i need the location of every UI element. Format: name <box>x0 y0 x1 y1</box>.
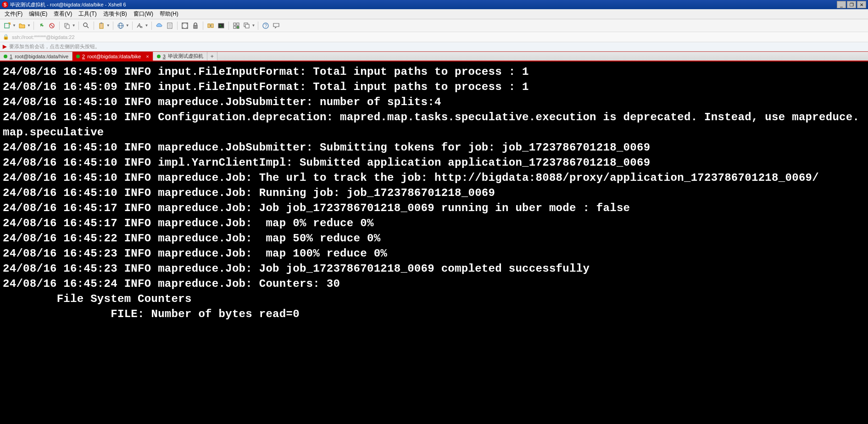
copy-icon[interactable] <box>62 21 72 30</box>
window-controls: _ ❐ ✕ <box>837 1 866 8</box>
tab-number: 1 <box>10 54 12 59</box>
session-tabs: 1 root@bigdata:/data/hive 2 root@bigdata… <box>0 51 868 61</box>
menu-window[interactable]: 窗口(W) <box>131 9 156 19</box>
help-icon[interactable]: ? <box>261 21 270 30</box>
tab-label: root@bigdata:/data/hive <box>15 54 68 59</box>
lock-small-icon: 🔒 <box>3 34 9 40</box>
lock-icon[interactable] <box>191 21 200 30</box>
menu-edit[interactable]: 编辑(E) <box>26 9 50 19</box>
svg-rect-21 <box>211 24 213 28</box>
globe-icon[interactable] <box>116 21 125 30</box>
svg-rect-19 <box>194 25 197 28</box>
reconnect-icon[interactable] <box>37 21 46 30</box>
svg-line-6 <box>87 26 89 28</box>
dropdown-icon[interactable]: ▼ <box>252 23 256 28</box>
properties-icon[interactable] <box>165 21 174 30</box>
transfer-icon[interactable] <box>206 21 215 30</box>
new-session-icon[interactable] <box>3 21 12 30</box>
tab-number: 2 <box>82 54 85 59</box>
connection-dot-icon <box>76 55 80 58</box>
tab-number: 3 <box>163 54 166 59</box>
svg-text:>_: >_ <box>219 24 223 28</box>
svg-rect-8 <box>100 22 102 24</box>
menu-tools[interactable]: 工具(T) <box>76 9 99 19</box>
connection-dot-icon <box>4 55 7 58</box>
tab-label: root@bigdata:/data/bike <box>87 54 141 59</box>
svg-text:a: a <box>140 25 143 29</box>
svg-rect-4 <box>66 25 69 28</box>
dropdown-icon[interactable]: ▼ <box>72 23 76 28</box>
disconnect-icon[interactable] <box>47 21 56 30</box>
svg-line-2 <box>50 24 53 27</box>
maximize-button[interactable]: ❐ <box>847 1 856 8</box>
terminal-icon[interactable]: >_ <box>217 21 226 30</box>
svg-rect-24 <box>234 23 236 25</box>
fullscreen-icon[interactable] <box>180 21 189 30</box>
hint-bar: ▶ 要添加当前会话，点击左侧的箭头按钮。 <box>0 42 868 51</box>
svg-rect-7 <box>100 23 103 28</box>
tile-icon[interactable] <box>232 21 241 30</box>
tab-label: 毕设测试虚拟机 <box>168 53 203 60</box>
tab-close-icon[interactable]: × <box>146 54 149 59</box>
search-icon[interactable] <box>82 21 91 30</box>
terminal-output[interactable]: 24/08/16 16:45:09 INFO input.FileInputFo… <box>0 61 868 424</box>
menu-file[interactable]: 文件(F) <box>2 9 25 19</box>
svg-rect-25 <box>237 23 239 25</box>
app-icon: S <box>2 1 8 8</box>
svg-rect-29 <box>245 24 249 28</box>
svg-rect-0 <box>5 23 9 28</box>
svg-rect-26 <box>234 26 236 28</box>
tab-session-3[interactable]: 3 毕设测试虚拟机 <box>153 52 207 61</box>
font-icon[interactable]: Aa <box>135 21 145 30</box>
dropdown-icon[interactable]: ▼ <box>145 23 149 28</box>
window-title: 毕设测试虚拟机 - root@bigdata:/data/bike - Xshe… <box>10 1 837 8</box>
chat-icon[interactable] <box>272 21 281 30</box>
address-bar: 🔒 ssh://root:******@bigdata:22 <box>0 32 868 42</box>
svg-point-5 <box>83 23 87 27</box>
cascade-icon[interactable] <box>242 21 251 30</box>
dropdown-icon[interactable]: ▼ <box>12 23 16 28</box>
menu-tab[interactable]: 选项卡(B) <box>100 9 130 19</box>
svg-text:?: ? <box>265 23 267 28</box>
tab-session-1[interactable]: 1 root@bigdata:/data/hive <box>0 52 72 61</box>
minimize-button[interactable]: _ <box>837 1 846 8</box>
address-text[interactable]: ssh://root:******@bigdata:22 <box>12 34 75 40</box>
menu-help[interactable]: 帮助(H) <box>157 9 181 19</box>
paste-icon[interactable] <box>97 21 106 30</box>
toolbar: ▼ ▼ ▼ ▼ ▼ Aa ▼ <box>0 19 868 32</box>
svg-rect-27 <box>237 26 239 28</box>
open-icon[interactable] <box>17 21 27 30</box>
tab-session-2[interactable]: 2 root@bigdata:/data/bike × <box>72 52 153 61</box>
dropdown-icon[interactable]: ▼ <box>27 23 31 28</box>
menu-view[interactable]: 查看(V) <box>51 9 75 19</box>
svg-rect-20 <box>208 24 210 28</box>
menu-bar: 文件(F) 编辑(E) 查看(V) 工具(T) 选项卡(B) 窗口(W) 帮助(… <box>0 9 868 19</box>
add-tab-button[interactable]: + <box>207 52 217 61</box>
close-window-button[interactable]: ✕ <box>857 1 866 8</box>
flag-icon[interactable]: ▶ <box>3 44 6 50</box>
connection-dot-icon <box>157 55 161 58</box>
hint-text: 要添加当前会话，点击左侧的箭头按钮。 <box>9 43 100 50</box>
cloud-icon[interactable] <box>155 21 164 30</box>
dropdown-icon[interactable]: ▼ <box>106 23 110 28</box>
dropdown-icon[interactable]: ▼ <box>126 23 129 28</box>
title-bar: S 毕设测试虚拟机 - root@bigdata:/data/bike - Xs… <box>0 0 868 9</box>
